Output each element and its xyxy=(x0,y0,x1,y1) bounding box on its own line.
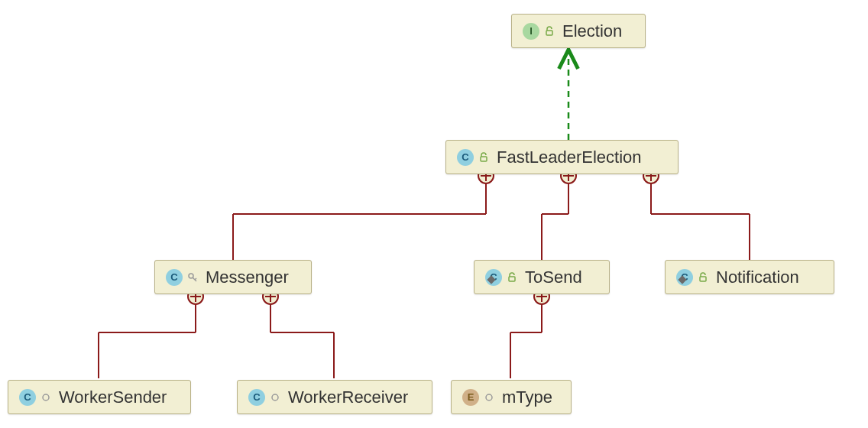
node-fastleaderelection[interactable]: C FastLeaderElection xyxy=(445,140,679,174)
svg-rect-37 xyxy=(546,31,552,35)
package-circle-icon xyxy=(484,392,494,403)
node-label: WorkerSender xyxy=(59,387,167,407)
static-marker-icon xyxy=(487,275,495,284)
node-workersender[interactable]: C WorkerSender xyxy=(8,380,191,414)
svg-rect-38 xyxy=(481,157,487,161)
svg-point-46 xyxy=(486,394,492,400)
svg-line-41 xyxy=(195,278,196,280)
static-marker-icon xyxy=(678,275,686,284)
node-label: FastLeaderElection xyxy=(497,148,642,167)
package-circle-icon xyxy=(40,392,51,403)
connectors-svg xyxy=(0,0,868,428)
node-label: mType xyxy=(502,387,552,407)
enum-icon: E xyxy=(462,389,479,406)
interface-icon: I xyxy=(523,23,539,40)
svg-rect-43 xyxy=(700,277,706,281)
node-label: WorkerReceiver xyxy=(288,387,408,407)
public-lock-icon xyxy=(507,272,517,283)
svg-point-44 xyxy=(43,394,49,400)
class-icon: C xyxy=(485,269,502,286)
svg-rect-42 xyxy=(509,277,515,281)
class-icon: C xyxy=(676,269,693,286)
node-mtype[interactable]: E mType xyxy=(451,380,572,414)
protected-key-icon xyxy=(187,272,198,283)
package-circle-icon xyxy=(270,392,280,403)
public-lock-icon xyxy=(698,272,708,283)
class-icon: C xyxy=(166,269,183,286)
node-election[interactable]: I Election xyxy=(511,14,646,48)
node-label: Notification xyxy=(716,268,799,287)
class-icon: C xyxy=(19,389,36,406)
node-tosend[interactable]: C ToSend xyxy=(474,260,610,294)
svg-point-45 xyxy=(272,394,278,400)
public-lock-icon xyxy=(544,26,555,37)
public-lock-icon xyxy=(478,152,489,163)
node-label: Election xyxy=(562,21,622,41)
node-workerreceiver[interactable]: C WorkerReceiver xyxy=(237,380,432,414)
class-icon: C xyxy=(248,389,265,406)
node-label: ToSend xyxy=(525,268,582,287)
node-messenger[interactable]: C Messenger xyxy=(154,260,312,294)
node-label: Messenger xyxy=(206,268,289,287)
class-icon: C xyxy=(457,149,474,166)
node-notification[interactable]: C Notification xyxy=(665,260,834,294)
